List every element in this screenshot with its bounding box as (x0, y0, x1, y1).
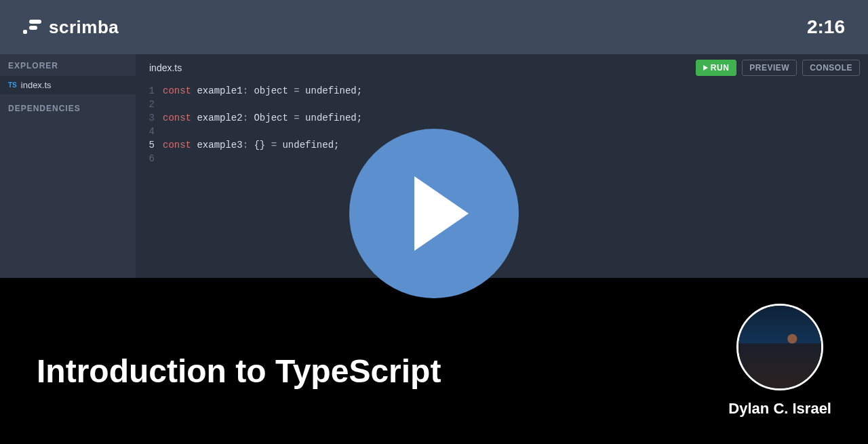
play-video-button[interactable] (349, 129, 519, 298)
svg-rect-1 (29, 26, 37, 30)
code-line: 4 (136, 125, 868, 138)
lesson-info: Introduction to TypeScript Dylan C. Isra… (0, 278, 868, 444)
code-line: 3const example2: Object = undefined; (136, 111, 868, 125)
brand-logo[interactable]: scrimba (23, 17, 119, 38)
explorer-label: EXPLORER (0, 54, 136, 76)
lesson-title: Introduction to TypeScript (37, 352, 441, 390)
code-line: 5const example3: {} = undefined; (136, 138, 868, 152)
avatar-image-icon (738, 306, 821, 388)
code-editor[interactable]: 1const example1: object = undefined;23co… (136, 81, 868, 165)
code-line: 1const example1: object = undefined; (136, 84, 868, 98)
run-label: RUN (711, 63, 730, 73)
preview-button[interactable]: PREVIEW (742, 60, 797, 76)
scrimba-logo-icon (23, 20, 42, 35)
svg-rect-0 (23, 30, 27, 34)
console-button[interactable]: CONSOLE (802, 60, 860, 76)
instructor-name: Dylan C. Israel (728, 400, 831, 418)
code-content: const example2: Object = undefined; (163, 111, 362, 125)
play-icon (414, 176, 469, 251)
lesson-duration: 2:16 (807, 16, 845, 38)
file-item-index-ts[interactable]: TS index.ts (0, 76, 136, 94)
line-number: 6 (136, 152, 163, 165)
instructor-block: Dylan C. Israel (728, 304, 831, 418)
file-name-label: index.ts (21, 80, 52, 90)
app-header: scrimba 2:16 (0, 0, 868, 54)
active-tab[interactable]: index.ts (149, 62, 182, 73)
explorer-sidebar: EXPLORER TS index.ts DEPENDENCIES (0, 54, 136, 278)
play-icon (703, 65, 708, 70)
line-number: 2 (136, 98, 163, 111)
line-number: 3 (136, 111, 163, 125)
dependencies-label: DEPENDENCIES (0, 94, 136, 119)
editor-toolbar: index.ts RUN PREVIEW CONSOLE (136, 54, 868, 81)
ts-badge-icon: TS (8, 81, 17, 89)
line-number: 4 (136, 125, 163, 138)
line-number: 1 (136, 84, 163, 98)
run-button[interactable]: RUN (696, 60, 737, 76)
svg-rect-2 (29, 20, 41, 24)
brand-name: scrimba (49, 17, 119, 38)
code-line: 2 (136, 98, 868, 111)
code-content: const example3: {} = undefined; (163, 138, 339, 152)
code-content: const example1: object = undefined; (163, 84, 362, 98)
instructor-avatar[interactable] (736, 304, 823, 390)
line-number: 5 (136, 138, 163, 152)
